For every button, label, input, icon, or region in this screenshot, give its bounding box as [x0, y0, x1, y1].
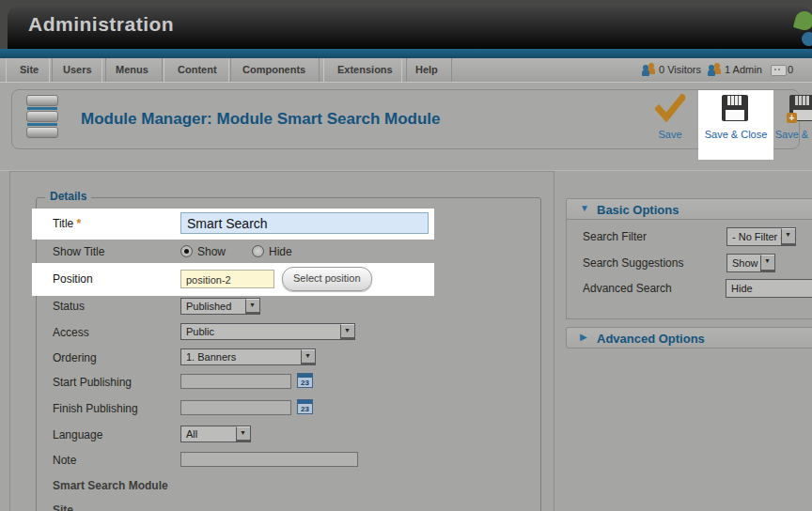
- floppy-disk-icon: [722, 95, 748, 121]
- save-and-new-label: Save & New: [755, 129, 812, 140]
- visitors-count: 0 Visitors: [659, 64, 701, 75]
- menu-item-users[interactable]: Users: [49, 58, 106, 82]
- start-publishing-input[interactable]: [180, 374, 291, 389]
- module-type-name: Smart Search Module: [53, 479, 168, 492]
- admin-count: 1 Admin: [725, 64, 762, 75]
- note-input[interactable]: [180, 452, 358, 467]
- hide-option-label: Hide: [269, 245, 292, 258]
- joomla-admin-page: Administration Site Users Menus Content …: [0, 0, 812, 511]
- advanced-search-select[interactable]: Hide: [726, 279, 812, 298]
- finish-publishing-label: Finish Publishing: [53, 402, 138, 415]
- menu-item-components[interactable]: Components: [228, 58, 320, 82]
- search-filter-select[interactable]: - No Filter -: [726, 227, 796, 246]
- joomla-logo-icon: [802, 32, 812, 46]
- search-suggestions-select[interactable]: Show: [726, 254, 775, 272]
- required-asterisk: *: [77, 217, 82, 230]
- basic-options-toggle[interactable]: Basic Options: [566, 198, 812, 220]
- chevron-right-icon: [580, 332, 587, 342]
- advanced-options-toggle[interactable]: Advanced Options: [566, 327, 812, 348]
- check-icon: [655, 94, 685, 122]
- dropdown-arrow-icon: [781, 228, 795, 245]
- visitors-icon: [642, 64, 658, 76]
- menu-item-menus[interactable]: Menus: [102, 58, 163, 82]
- messages-count: 0: [788, 64, 793, 75]
- dropdown-arrow-icon: [340, 324, 354, 339]
- top-header: Administration: [0, 0, 812, 49]
- note-label: Note: [53, 454, 76, 467]
- toolbar-section: Module Manager: Module Smart Search Modu…: [0, 82, 812, 172]
- menu-item-site[interactable]: Site: [6, 58, 53, 82]
- messages-icon: [771, 65, 787, 76]
- show-title-radio-show[interactable]: [180, 245, 193, 257]
- show-title-label: Show Title: [53, 245, 104, 258]
- admin-icon: [708, 64, 724, 76]
- dropdown-arrow-icon: [236, 426, 250, 441]
- show-title-radio-hide[interactable]: [252, 245, 264, 257]
- title-input[interactable]: Smart Search: [180, 212, 429, 234]
- page-title: Module Manager: Module Smart Search Modu…: [81, 110, 441, 129]
- plus-badge-icon: [787, 113, 797, 123]
- status-label: Status: [53, 300, 85, 313]
- ordering-select[interactable]: 1. Banners: [180, 348, 316, 365]
- position-input[interactable]: position-2: [180, 270, 274, 288]
- show-option-label: Show: [197, 245, 226, 258]
- chevron-down-icon: [580, 203, 589, 213]
- module-manager-icon: [26, 95, 58, 140]
- search-filter-label: Search Filter: [583, 230, 647, 243]
- dropdown-arrow-icon: [760, 255, 774, 271]
- details-legend: Details: [45, 190, 91, 203]
- menu-item-extensions[interactable]: Extensions: [323, 58, 407, 82]
- calendar-icon[interactable]: 23: [297, 373, 313, 388]
- dropdown-arrow-icon: [245, 299, 259, 314]
- floppy-disk-plus-icon: [789, 95, 812, 121]
- menu-item-help[interactable]: Help: [401, 58, 452, 82]
- status-select[interactable]: Published: [180, 298, 260, 315]
- dropdown-arrow-icon: [301, 349, 315, 364]
- admin-menubar: Site Users Menus Content Components Exte…: [0, 58, 812, 83]
- title-label: Title *: [53, 217, 81, 230]
- access-label: Access: [53, 326, 89, 339]
- ordering-label: Ordering: [53, 351, 97, 364]
- app-title: Administration: [28, 13, 174, 36]
- select-position-button[interactable]: Select position: [282, 267, 372, 291]
- calendar-icon[interactable]: 23: [297, 399, 313, 414]
- advanced-search-label: Advanced Search: [583, 282, 672, 295]
- access-select[interactable]: Public: [180, 323, 355, 340]
- finish-publishing-input[interactable]: [180, 400, 291, 415]
- search-suggestions-label: Search Suggestions: [583, 256, 683, 270]
- site-section-label: Site: [53, 503, 73, 511]
- menu-item-content[interactable]: Content: [164, 58, 231, 82]
- start-publishing-label: Start Publishing: [53, 376, 132, 389]
- language-select[interactable]: All: [180, 426, 251, 442]
- position-label: Position: [53, 272, 93, 286]
- blue-accent-strip: [0, 49, 812, 58]
- language-label: Language: [53, 428, 102, 441]
